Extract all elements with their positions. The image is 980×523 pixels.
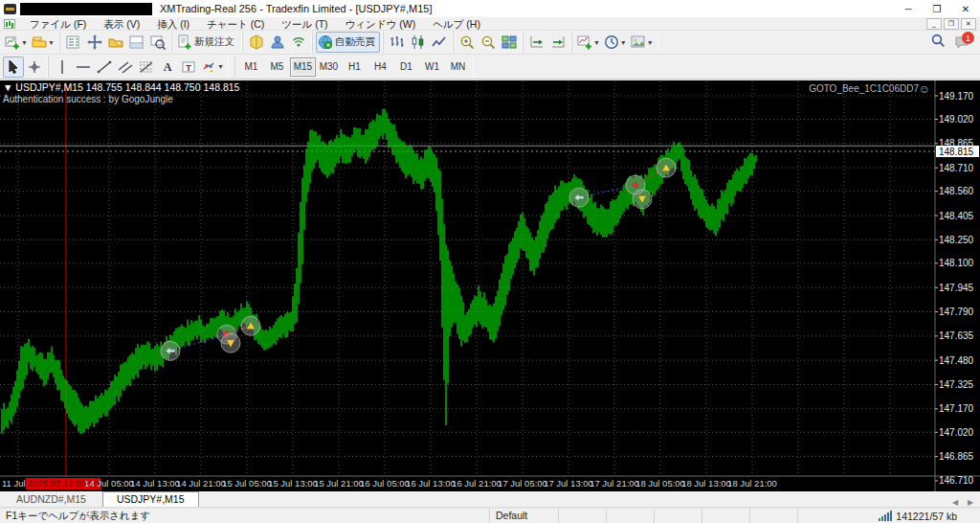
mdi-restore-button[interactable]: ❐ — [944, 18, 959, 30]
candle-bar — [713, 206, 714, 234]
terminal-button[interactable] — [126, 32, 147, 53]
timeframe-m30-button[interactable]: M30 — [316, 57, 342, 77]
chevron-down-icon[interactable]: ▼ — [620, 39, 627, 46]
fibonacci-button[interactable] — [136, 57, 157, 78]
indicators-button[interactable]: ▼ — [575, 32, 602, 53]
text-label-button[interactable]: T — [178, 57, 199, 78]
text-button[interactable]: A — [157, 57, 178, 78]
candle-bar — [460, 296, 461, 346]
timeframe-d1-button[interactable]: D1 — [393, 57, 419, 77]
autotrading-button[interactable]: 自動売買 — [316, 32, 380, 53]
cursor-button[interactable] — [3, 57, 24, 78]
tab-audnzd[interactable]: AUDNZD#,M15 — [2, 491, 100, 507]
menu-item-tools[interactable]: ツール (T) — [273, 17, 336, 31]
line-chart-button[interactable] — [429, 32, 450, 53]
horizontal-line-button[interactable] — [73, 57, 94, 78]
search-icon[interactable] — [930, 33, 946, 52]
signals-button[interactable] — [288, 32, 309, 53]
tab-usdjpy[interactable]: USDJPY#,M15 — [102, 491, 199, 507]
templates-button[interactable]: ▼ — [629, 32, 656, 53]
timeframe-h1-button[interactable]: H1 — [342, 57, 368, 77]
profiles-button[interactable]: ▼ — [30, 32, 56, 53]
candle-bar — [700, 189, 701, 219]
chevron-down-icon[interactable]: ▼ — [48, 39, 55, 46]
candle-bar — [478, 285, 479, 321]
price-chart[interactable]: 149.170149.020148.865148.710148.560148.4… — [0, 80, 980, 491]
candle-bar — [652, 167, 653, 196]
navigator-button[interactable] — [84, 32, 105, 53]
current-price-label: 148.815 — [939, 147, 974, 157]
strategy-tester-button[interactable] — [147, 32, 168, 53]
chevron-down-icon[interactable]: ▼ — [647, 39, 654, 46]
chevron-down-icon[interactable]: ▼ — [593, 39, 600, 46]
menu-item-view[interactable]: 表示 (V) — [95, 17, 148, 31]
candle-bar — [497, 290, 498, 331]
metaeditor-button[interactable] — [246, 32, 267, 53]
ea-name-label: GOTO_Bee_1C1C06DD7 — [809, 83, 919, 94]
candle-bar — [510, 241, 511, 279]
close-button[interactable]: ✕ — [951, 0, 980, 17]
candle-bar — [734, 171, 735, 196]
candle-bar — [374, 121, 375, 148]
favorites-button[interactable] — [105, 32, 126, 53]
community-button[interactable] — [267, 32, 288, 53]
menu-item-insert[interactable]: 挿入 (I) — [148, 17, 198, 31]
candle-bar — [365, 129, 366, 164]
candle-chart-button[interactable] — [408, 32, 429, 53]
status-profile[interactable]: Default — [490, 509, 559, 523]
new-chart-button[interactable]: ▼ — [3, 32, 30, 53]
trade-marker-exit-arrow[interactable] — [161, 341, 180, 360]
timeframe-mn-button[interactable]: MN — [445, 57, 471, 77]
menu-item-window[interactable]: ウィンドウ (W) — [337, 17, 425, 31]
trendline-button[interactable] — [94, 57, 115, 78]
trade-marker-exit-arrow[interactable] — [569, 188, 589, 207]
candle-bar — [104, 390, 105, 417]
chart-ohlc-header[interactable]: ▼ USDJPY#,M15 148.755 148.844 148.750 14… — [3, 81, 240, 93]
zoom-in-button[interactable] — [457, 32, 478, 53]
arrows-button[interactable]: ▼ — [199, 57, 226, 78]
trade-marker-sell-triangle[interactable] — [221, 333, 240, 352]
candle-bar — [28, 339, 29, 362]
tab-scroll-right-icon[interactable]: ▶ — [965, 498, 976, 507]
candle-bar — [388, 119, 389, 148]
trade-marker-buy-triangle[interactable] — [657, 158, 676, 177]
maximize-button[interactable]: ❐ — [923, 0, 951, 17]
equidistant-channel-button[interactable] — [115, 57, 136, 78]
notification-icon[interactable]: 1 — [953, 34, 970, 51]
menu-item-charts[interactable]: チャート (C) — [198, 17, 273, 31]
new-order-button[interactable]: 新規注文 — [175, 32, 239, 53]
market-watch-button[interactable] — [63, 32, 84, 53]
timeframe-m1-button[interactable]: M1 — [238, 57, 264, 77]
candle-bar — [728, 180, 729, 204]
auto-scroll-button[interactable] — [526, 32, 547, 53]
menu-item-file[interactable]: ファイル (F) — [21, 17, 95, 31]
bar-chart-button[interactable] — [387, 32, 408, 53]
menu-item-help[interactable]: ヘルプ (H) — [424, 17, 489, 31]
timeframe-w1-button[interactable]: W1 — [419, 57, 445, 77]
tab-scroll-left-icon[interactable]: ◀ — [949, 498, 961, 507]
status-help-text: F1キーでヘルプが表示されます — [0, 509, 490, 523]
tile-windows-button[interactable] — [499, 32, 520, 53]
candle-bar — [355, 127, 356, 149]
mdi-close-button[interactable]: ✕ — [961, 18, 976, 30]
timeframe-m5-button[interactable]: M5 — [264, 57, 290, 77]
minimize-button[interactable]: ─ — [894, 0, 923, 17]
chevron-down-icon[interactable]: ▼ — [217, 63, 224, 70]
candle-bar — [317, 136, 318, 160]
zoom-out-button[interactable] — [478, 32, 499, 53]
vertical-line-button[interactable] — [52, 57, 73, 78]
trade-marker-sell-triangle[interactable] — [633, 190, 652, 209]
timeframe-m15-button[interactable]: M15 — [290, 57, 316, 77]
toolbar-group: ▼▼▼ — [571, 32, 658, 53]
chevron-down-icon[interactable]: ▼ — [21, 39, 28, 46]
chart-window-icon[interactable] — [4, 19, 15, 29]
time-axis[interactable]: 11 Jul 20252025.07.12 00:0014 Jul 05:001… — [2, 478, 777, 489]
candle-bar — [550, 194, 551, 230]
chart-shift-button[interactable] — [547, 32, 568, 53]
periods-button[interactable]: ▼ — [602, 32, 629, 53]
timeframe-h4-button[interactable]: H4 — [368, 57, 393, 77]
crosshair-button[interactable] — [24, 57, 45, 78]
candle-bar — [150, 349, 151, 370]
trade-marker-buy-triangle[interactable] — [241, 316, 260, 335]
mdi-minimize-button[interactable]: _ — [926, 18, 942, 30]
